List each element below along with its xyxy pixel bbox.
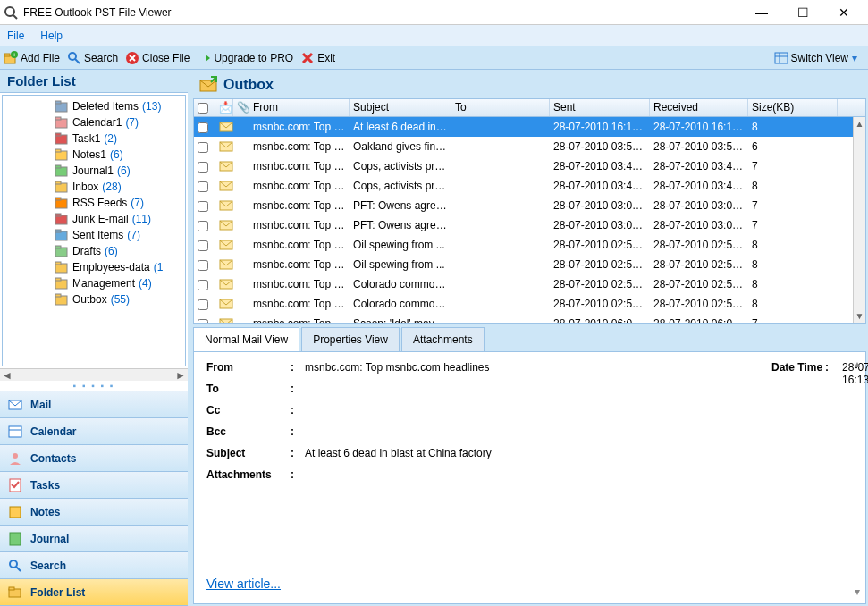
row-checkbox[interactable] xyxy=(198,319,208,324)
col-subject[interactable]: Subject xyxy=(350,99,451,116)
cell-from: msnbc.com: Top m... xyxy=(249,199,350,212)
switch-view-button[interactable]: Switch View▾ xyxy=(774,51,857,65)
folder-name: Junk E-mail xyxy=(72,213,129,225)
envelope-icon xyxy=(215,259,233,270)
nav-item-search[interactable]: Search xyxy=(0,552,188,579)
add-file-button[interactable]: +Add File xyxy=(4,51,60,65)
folder-item[interactable]: Task1 (2) xyxy=(3,130,185,147)
col-flag-icon[interactable]: 📩 xyxy=(215,99,233,116)
folder-tree[interactable]: Deleted Items (13)Calendar1 (7)Task1 (2)… xyxy=(2,95,186,366)
nav-item-tasks[interactable]: Tasks xyxy=(0,472,188,499)
message-row[interactable]: msnbc.com: Top m...Oil spewing from ...2… xyxy=(194,255,865,274)
col-from[interactable]: From xyxy=(249,99,350,116)
folder-item[interactable]: Journal1 (6) xyxy=(3,163,185,179)
cell-from: msnbc.com: Top m... xyxy=(249,317,350,324)
row-checkbox[interactable] xyxy=(198,181,208,192)
svg-rect-52 xyxy=(9,587,14,590)
message-row[interactable]: msnbc.com: Top m...Cops, activists pre..… xyxy=(194,156,865,176)
message-row[interactable]: msnbc.com: Top m...At least 6 dead in ..… xyxy=(194,117,865,137)
envelope-icon xyxy=(215,122,233,132)
row-checkbox[interactable] xyxy=(198,280,208,290)
folder-item[interactable]: Sent Items (7) xyxy=(3,227,185,243)
tab-attachments[interactable]: Attachments xyxy=(401,327,485,351)
folder-item[interactable]: Drafts (6) xyxy=(3,243,185,259)
message-row[interactable]: msnbc.com: Top m...Colorado commoti...28… xyxy=(194,294,865,314)
detail-scrollbar[interactable]: ▴▾ xyxy=(851,358,864,598)
svg-rect-21 xyxy=(55,133,61,136)
folder-count: (7) xyxy=(127,229,140,241)
svg-line-1 xyxy=(13,15,17,19)
cell-from: msnbc.com: Top m... xyxy=(249,278,350,290)
nav-item-calendar[interactable]: Calendar xyxy=(0,418,188,445)
nav-item-notes[interactable]: Notes xyxy=(0,499,188,526)
vertical-scrollbar[interactable]: ▲▼ xyxy=(853,117,865,323)
tab-properties[interactable]: Properties View xyxy=(301,327,400,351)
message-row[interactable]: msnbc.com: Top m...Cops, activists pre..… xyxy=(194,176,865,196)
label-datetime: Date Time xyxy=(771,361,825,386)
view-article-link[interactable]: View article... xyxy=(206,577,281,591)
splitter-dots[interactable]: ▪ ▪ ▪ ▪ ▪ xyxy=(0,381,188,391)
message-row[interactable]: msnbc.com: Top m...PFT: Owens agrees...2… xyxy=(194,196,865,215)
horizontal-scrollbar[interactable]: ◄► xyxy=(0,368,188,381)
row-checkbox[interactable] xyxy=(198,240,208,251)
folder-item[interactable]: Employees-data (1 xyxy=(3,259,185,275)
cell-received: 28-07-2010 03:48:49 xyxy=(650,180,748,192)
folder-item[interactable]: RSS Feeds (7) xyxy=(3,195,185,211)
folder-icon xyxy=(55,99,69,114)
folder-item[interactable]: Junk E-mail (11) xyxy=(3,211,185,227)
row-checkbox[interactable] xyxy=(198,260,208,271)
nav-label: Folder List xyxy=(30,586,85,599)
row-checkbox[interactable] xyxy=(198,122,208,133)
menu-help[interactable]: Help xyxy=(40,29,63,42)
close-file-button[interactable]: Close File xyxy=(125,51,190,65)
col-checkbox[interactable] xyxy=(194,99,215,116)
cell-sent: 28-07-2010 06:00:16 xyxy=(550,317,650,324)
cell-size: 7 xyxy=(748,219,838,231)
col-received[interactable]: Received xyxy=(650,99,748,116)
row-checkbox[interactable] xyxy=(198,299,208,310)
close-window-button[interactable]: ✕ xyxy=(823,0,864,25)
col-sent[interactable]: Sent xyxy=(550,99,650,116)
message-row[interactable]: msnbc.com: Top m...Scoop: 'Idol' may ...… xyxy=(194,314,865,324)
row-checkbox[interactable] xyxy=(198,201,208,212)
col-attachment-icon[interactable]: 📎 xyxy=(233,99,249,116)
folder-item[interactable]: Notes1 (6) xyxy=(3,147,185,163)
nav-item-journal[interactable]: Journal xyxy=(0,526,188,552)
row-checkbox[interactable] xyxy=(198,142,208,153)
col-to[interactable]: To xyxy=(451,99,550,116)
message-row[interactable]: msnbc.com: Top m...PFT: Owens agrees...2… xyxy=(194,215,865,235)
cell-sent: 28-07-2010 03:48:49 xyxy=(550,180,650,192)
nav-item-mail[interactable]: Mail xyxy=(0,391,188,418)
menu-file[interactable]: File xyxy=(7,29,24,42)
message-row[interactable]: msnbc.com: Top m...Oakland gives fina...… xyxy=(194,137,865,156)
col-size[interactable]: Size(KB) xyxy=(748,99,838,116)
folder-item[interactable]: Deleted Items (13) xyxy=(3,98,185,114)
message-row[interactable]: msnbc.com: Top m...Oil spewing from ...2… xyxy=(194,235,865,255)
folder-item[interactable]: Inbox (28) xyxy=(3,179,185,195)
svg-rect-29 xyxy=(55,198,61,200)
exit-button[interactable]: Exit xyxy=(300,51,335,65)
message-row[interactable]: msnbc.com: Top m...Colorado commoti...28… xyxy=(194,274,865,294)
nav-item-contacts[interactable]: Contacts xyxy=(0,445,188,472)
search-button[interactable]: Search xyxy=(67,51,118,65)
cell-subject: PFT: Owens agrees... xyxy=(350,199,451,212)
upgrade-button[interactable]: Upgrade to PRO xyxy=(197,51,293,65)
search-icon xyxy=(7,558,23,574)
row-checkbox[interactable] xyxy=(198,221,208,231)
maximize-button[interactable]: ☐ xyxy=(782,0,823,25)
folder-name: Deleted Items xyxy=(72,100,139,113)
grid-header: 📩 📎 From Subject To Sent Received Size(K… xyxy=(194,99,865,117)
row-checkbox[interactable] xyxy=(198,162,208,173)
folder-item[interactable]: Management (4) xyxy=(3,275,185,291)
tab-normal-view[interactable]: Normal Mail View xyxy=(193,327,299,351)
minimize-button[interactable]: — xyxy=(741,0,782,25)
cell-size: 8 xyxy=(748,278,838,290)
folder-count: (28) xyxy=(102,181,121,193)
nav-item-folderlist[interactable]: Folder List xyxy=(0,579,188,606)
folder-item[interactable]: Outbox (55) xyxy=(3,291,185,307)
cell-subject: Scoop: 'Idol' may ... xyxy=(350,317,451,324)
cell-sent: 28-07-2010 03:05:11 xyxy=(550,199,650,212)
folder-item[interactable]: Calendar1 (7) xyxy=(3,114,185,130)
cell-from: msnbc.com: Top m... xyxy=(249,219,350,231)
folder-icon xyxy=(55,164,69,178)
